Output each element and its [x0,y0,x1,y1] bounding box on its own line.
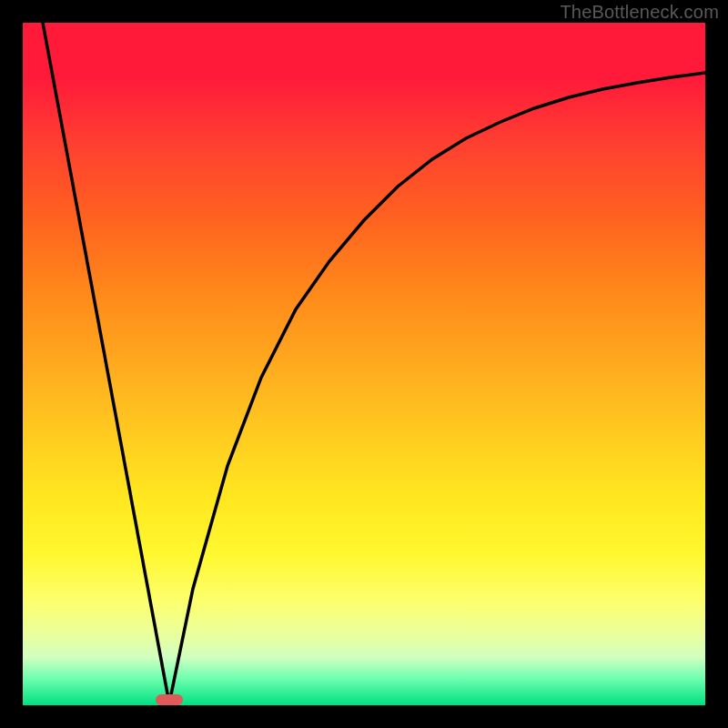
minimum-marker [156,694,183,705]
bottleneck-curve [23,23,705,705]
chart-frame: TheBottleneck.com [0,0,728,728]
watermark-text: TheBottleneck.com [560,2,719,23]
curve-right-segment [169,73,705,703]
curve-left-segment [43,23,169,703]
